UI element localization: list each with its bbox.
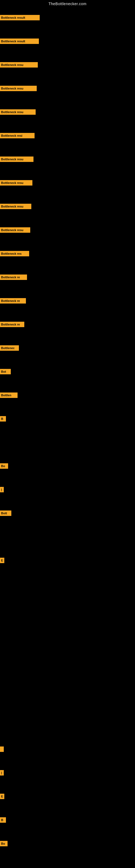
bottleneck-bar: Bottleneck resu bbox=[0, 86, 37, 91]
bottleneck-bar: B bbox=[0, 817, 6, 823]
bottleneck-label: Bottleneck re bbox=[1, 299, 20, 303]
bottleneck-bar: Bottleneck resi bbox=[0, 133, 35, 138]
bottleneck-label: Bottleneck resi bbox=[1, 134, 22, 137]
bottleneck-label: | bbox=[1, 488, 2, 491]
bottleneck-label: Bottleneck resu bbox=[1, 111, 24, 114]
bottleneck-bar: | bbox=[0, 770, 4, 775]
bottleneck-bar: Bottlen bbox=[0, 393, 17, 398]
bottleneck-bar: Bottleneck resu bbox=[0, 62, 38, 67]
bottleneck-bar: Bottleneck re bbox=[0, 322, 24, 327]
bottleneck-label: Bottleneck resu bbox=[1, 228, 24, 231]
bottleneck-label: Bottleneck result bbox=[1, 40, 25, 43]
bottleneck-label: | bbox=[1, 771, 2, 774]
bottleneck-bar: Bo bbox=[0, 841, 8, 846]
bottleneck-bar: Bottleneck re bbox=[0, 275, 27, 280]
bottleneck-label: Bottleneck result bbox=[1, 16, 25, 19]
bottleneck-bar: Bot bbox=[0, 369, 11, 374]
bottleneck-label: Bot bbox=[1, 370, 6, 373]
bottleneck-bar: | bbox=[0, 487, 4, 492]
bottleneck-label: Bottleneck res bbox=[1, 252, 21, 255]
bottleneck-bar bbox=[0, 746, 4, 752]
bottleneck-label: E bbox=[1, 795, 3, 798]
bottleneck-label: E bbox=[1, 559, 3, 562]
bottleneck-label: Bottleneck re bbox=[1, 323, 20, 326]
bottleneck-label: Bottlenec bbox=[1, 346, 14, 350]
bottleneck-label: Bottleneck resu bbox=[1, 63, 24, 66]
bottleneck-bar: Bottleneck result bbox=[0, 15, 40, 20]
bottleneck-label: Bottleneck resu bbox=[1, 205, 24, 208]
bottleneck-bar: Bottleneck resu bbox=[0, 109, 36, 115]
bottleneck-label: Bo bbox=[1, 464, 5, 468]
bottleneck-bar: Bottleneck resu bbox=[0, 156, 34, 162]
bottleneck-label: Bott bbox=[1, 512, 7, 515]
bottleneck-bar: Bottleneck re bbox=[0, 298, 26, 304]
bottleneck-bar: B bbox=[0, 416, 6, 422]
bottleneck-label: B bbox=[1, 818, 3, 822]
bottleneck-bar: E bbox=[0, 794, 4, 799]
bottleneck-bar: Bottleneck result bbox=[0, 38, 39, 44]
site-title: TheBottlenecker.com bbox=[0, 0, 135, 7]
bottleneck-bar: Bo bbox=[0, 463, 8, 469]
bottleneck-label: Bo bbox=[1, 842, 5, 845]
bottleneck-label: B bbox=[1, 417, 3, 421]
bottleneck-bar: Bott bbox=[0, 510, 11, 516]
bottleneck-label: Bottlen bbox=[1, 394, 11, 397]
bottleneck-label: Bottleneck resu bbox=[1, 87, 24, 90]
bottleneck-bar: Bottleneck res bbox=[0, 251, 29, 256]
bottleneck-label: Bottleneck resu bbox=[1, 158, 24, 161]
bottleneck-bar: E bbox=[0, 558, 4, 563]
bottleneck-bar: Bottleneck resu bbox=[0, 180, 32, 186]
bottleneck-bar: Bottleneck resu bbox=[0, 204, 31, 209]
bottleneck-label: Bottleneck resu bbox=[1, 181, 24, 184]
bottleneck-bar: Bottlenec bbox=[0, 345, 19, 351]
bottleneck-label: Bottleneck re bbox=[1, 276, 20, 279]
bottleneck-bar: Bottleneck resu bbox=[0, 227, 30, 233]
